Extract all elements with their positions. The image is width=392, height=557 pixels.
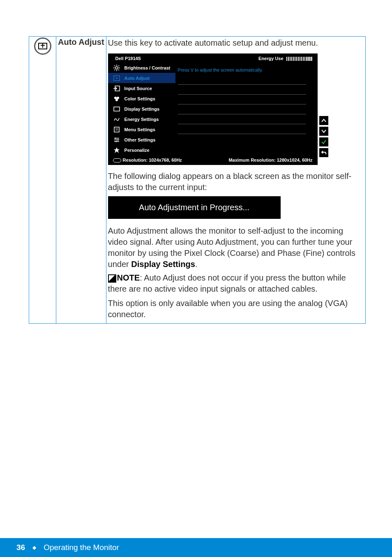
key-up (319, 116, 328, 125)
osd-item-energy: Energy Settings (108, 114, 175, 124)
auto-adjust-small-icon (113, 74, 120, 82)
svg-line-5 (114, 65, 115, 66)
progress-dialog: Auto Adjustment in Progress... (108, 196, 281, 219)
svg-point-13 (117, 97, 119, 99)
resolution-icon (113, 158, 121, 162)
key-ok (319, 137, 328, 146)
note-icon (108, 274, 116, 283)
svg-line-7 (118, 65, 119, 66)
svg-point-12 (114, 97, 117, 99)
personalize-icon (113, 146, 120, 154)
footer-section-title: Operating the Monitor (44, 543, 119, 552)
osd-item-display: Display Settings (108, 104, 175, 114)
auto-adjust-explain: Auto Adjustment allows the monitor to se… (108, 225, 364, 270)
row-icon-cell (29, 37, 56, 324)
osd-max-resolution: Maximum Resolution: 1280x1024, 60Hz (228, 158, 312, 162)
osd-menu: Brightness / Contrast Auto Adjust Input … (108, 63, 175, 155)
other-settings-icon (113, 136, 120, 144)
key-back (319, 148, 328, 157)
osd-screenshot-wrap: Dell P1914S Energy Use Brightness / Cont… (108, 51, 318, 165)
svg-point-10 (116, 77, 117, 79)
svg-point-24 (115, 141, 117, 142)
osd-item-other: Other Settings (108, 135, 175, 145)
feature-table: Auto Adjust Use this key to activate aut… (29, 36, 366, 324)
row-label: Auto Adjust (56, 37, 106, 324)
osd-side-keys (319, 116, 330, 157)
osd-energy: Energy Use (258, 56, 313, 61)
osd-current-resolution: Resolution: 1024x768, 60Hz (113, 158, 182, 162)
svg-point-23 (117, 139, 118, 140)
svg-rect-15 (114, 107, 120, 111)
osd-item-auto-adjust: Auto Adjust (108, 73, 175, 83)
dialog-intro: The following dialog appears on a black … (108, 171, 364, 193)
osd-item-color: Color Settings (108, 93, 175, 104)
osd-item-menu: Menu Settings (108, 124, 175, 135)
page-footer: 36 ◆ Operating the Monitor (0, 538, 392, 557)
menu-settings-icon (113, 126, 120, 133)
input-source-icon (113, 85, 120, 92)
svg-point-14 (115, 99, 118, 101)
osd-item-brightness: Brightness / Contrast (108, 63, 175, 73)
svg-rect-16 (114, 127, 119, 132)
key-down (319, 127, 328, 136)
auto-adjust-icon (34, 37, 51, 55)
svg-line-8 (114, 70, 115, 70)
osd-hint: Press V to adjust the screen automatical… (178, 67, 310, 75)
row-description: Use this key to activate automatic setup… (106, 37, 365, 324)
osd-screenshot: Dell P1914S Energy Use Brightness / Cont… (108, 53, 318, 165)
energy-bar-icon (286, 57, 313, 61)
osd-model: Dell P1914S (115, 56, 141, 61)
intro-text: Use this key to activate automatic setup… (108, 37, 364, 49)
brightness-icon (113, 64, 120, 72)
energy-settings-icon (113, 116, 120, 123)
svg-point-0 (115, 67, 118, 69)
note-paragraph: NOTE: Auto Adjust does not occur if you … (108, 272, 364, 295)
svg-line-6 (118, 70, 119, 70)
osd-item-personalize: Personalize (108, 145, 175, 155)
footer-diamond-icon: ◆ (32, 545, 36, 550)
svg-point-22 (115, 137, 116, 139)
display-settings-icon (113, 105, 120, 113)
vga-only: This option is only available when you a… (108, 298, 364, 320)
color-settings-icon (113, 95, 120, 102)
page-number: 36 (16, 543, 25, 552)
osd-item-input-source: Input Source (108, 83, 175, 93)
